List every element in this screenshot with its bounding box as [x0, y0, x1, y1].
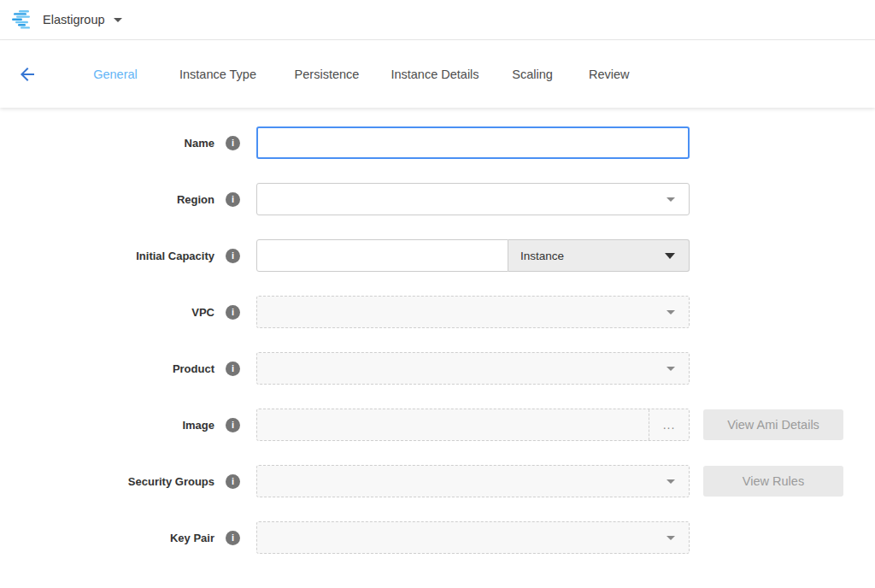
name-label-box: Name i: [0, 136, 240, 150]
key-pair-label: Key Pair: [170, 532, 214, 544]
product-select: [256, 352, 690, 385]
image-browse-button[interactable]: ...: [649, 409, 689, 440]
info-icon[interactable]: i: [226, 418, 240, 432]
image-input-group: ...: [256, 409, 690, 441]
product-row: Product i: [0, 352, 875, 385]
tab-instance-type[interactable]: Instance Type: [176, 40, 260, 108]
view-ami-details-button[interactable]: View Ami Details: [703, 409, 843, 440]
security-groups-row: Security Groups i View Rules: [0, 465, 875, 497]
region-label-box: Region i: [0, 192, 240, 207]
image-input: [257, 409, 649, 440]
chevron-down-icon: [665, 253, 675, 259]
image-label: Image: [182, 419, 214, 432]
tab-general[interactable]: General: [55, 40, 176, 108]
info-icon[interactable]: i: [226, 249, 240, 263]
security-groups-label-box: Security Groups i: [0, 474, 240, 489]
security-groups-label: Security Groups: [128, 475, 214, 488]
elastigroup-logo-icon: [12, 10, 32, 29]
info-icon[interactable]: i: [226, 192, 240, 207]
product-field: [256, 352, 690, 385]
name-field: [256, 126, 690, 159]
region-field: [256, 183, 690, 215]
chevron-down-icon: [667, 536, 675, 540]
tab-review[interactable]: Review: [589, 40, 630, 108]
tab-scaling[interactable]: Scaling: [476, 40, 589, 108]
region-row: Region i: [0, 183, 875, 215]
back-button[interactable]: [0, 40, 55, 108]
name-input[interactable]: [256, 126, 690, 159]
name-row: Name i: [0, 126, 875, 159]
image-field: ... View Ami Details: [256, 409, 843, 441]
info-icon[interactable]: i: [226, 362, 240, 376]
info-icon[interactable]: i: [226, 305, 240, 320]
product-label: Product: [173, 362, 214, 375]
key-pair-row: Key Pair i: [0, 521, 875, 554]
general-settings-form: Name i Region i Initial Capacity i Inst: [0, 108, 875, 554]
region-label: Region: [177, 193, 214, 206]
app-switcher-caret-icon[interactable]: [114, 18, 122, 22]
app-switcher-label[interactable]: Elastigroup: [43, 13, 105, 26]
vpc-select: [256, 296, 690, 328]
image-label-box: Image i: [0, 418, 240, 432]
region-select[interactable]: [256, 183, 690, 215]
info-icon[interactable]: i: [226, 136, 240, 150]
initial-capacity-row: Initial Capacity i Instance: [0, 239, 875, 272]
initial-capacity-input[interactable]: [256, 239, 508, 272]
vpc-row: VPC i: [0, 296, 875, 328]
vpc-label-box: VPC i: [0, 305, 240, 320]
capacity-unit-value: Instance: [520, 250, 564, 262]
security-groups-field: View Rules: [256, 465, 843, 497]
name-label: Name: [185, 137, 214, 150]
key-pair-label-box: Key Pair i: [0, 531, 240, 545]
initial-capacity-field: Instance: [256, 239, 690, 272]
info-icon[interactable]: i: [226, 531, 240, 545]
info-icon[interactable]: i: [226, 474, 240, 489]
chevron-down-icon: [667, 367, 675, 371]
chevron-down-icon: [667, 479, 675, 484]
initial-capacity-label: Initial Capacity: [136, 250, 214, 262]
view-rules-button[interactable]: View Rules: [703, 466, 843, 497]
topbar: Elastigroup: [0, 0, 875, 40]
capacity-unit-select[interactable]: Instance: [508, 239, 690, 272]
wizard-tabbar: General Instance Type Persistence Instan…: [0, 40, 875, 108]
vpc-label: VPC: [191, 306, 214, 319]
key-pair-select: [256, 521, 690, 554]
image-row: Image i ... View Ami Details: [0, 409, 875, 441]
tab-instance-details[interactable]: Instance Details: [394, 40, 476, 108]
chevron-down-icon: [667, 197, 675, 202]
vpc-field: [256, 296, 690, 328]
security-groups-select: [256, 465, 690, 497]
arrow-back-icon: [17, 64, 38, 85]
chevron-down-icon: [667, 310, 675, 315]
key-pair-field: [256, 521, 690, 554]
initial-capacity-label-box: Initial Capacity i: [0, 249, 240, 263]
tab-persistence[interactable]: Persistence: [260, 40, 394, 108]
product-label-box: Product i: [0, 362, 240, 376]
